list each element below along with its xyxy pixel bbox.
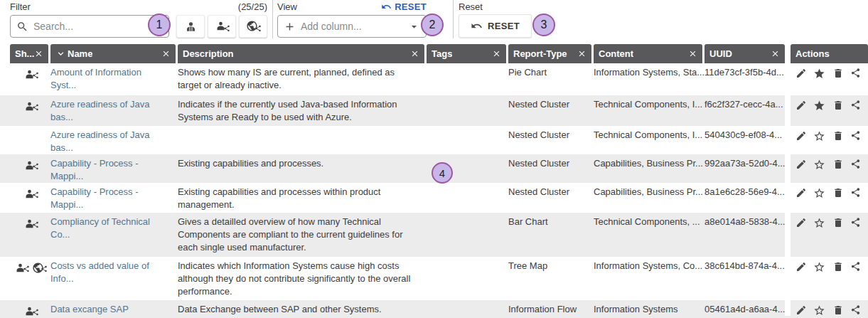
globe-share-icon: [32, 262, 46, 275]
report-type-cell: Tree Map: [508, 257, 594, 300]
edit-icon[interactable]: [795, 159, 807, 170]
report-type-cell: Nested Cluster: [508, 126, 594, 154]
edit-icon[interactable]: [795, 187, 807, 198]
favorite-star-icon[interactable]: [813, 187, 825, 199]
edit-icon[interactable]: [795, 68, 807, 79]
tags-cell: [427, 95, 508, 126]
column-header-report-type[interactable]: Report-Type: [508, 44, 591, 63]
content-cell: Technical Components, I...: [594, 126, 704, 154]
description-cell: Indicates if the currently used Java-bas…: [178, 95, 427, 126]
edit-icon[interactable]: [795, 130, 807, 142]
share-icon[interactable]: [850, 68, 861, 78]
reset-section: Reset RESET: [459, 1, 532, 38]
view-label: View: [277, 1, 297, 12]
favorite-star-icon[interactable]: [813, 159, 825, 171]
globe-share-icon: [246, 20, 260, 33]
edit-icon[interactable]: [795, 100, 807, 111]
search-icon: [16, 21, 28, 33]
reset-button[interactable]: RESET: [459, 14, 532, 38]
favorite-star-icon[interactable]: [813, 217, 825, 229]
column-label: Name: [68, 48, 92, 59]
column-header-uuid[interactable]: UUID: [704, 44, 785, 63]
description-cell: Indicates which Information Systems caus…: [178, 257, 427, 300]
report-name-link[interactable]: Capability - Process - Mappi...: [50, 154, 178, 183]
person-filter-button[interactable]: [176, 15, 205, 38]
column-label: Content: [599, 48, 633, 59]
actions-cell: [791, 183, 868, 213]
favorite-star-icon[interactable]: [813, 304, 825, 317]
person-share-icon: [215, 20, 229, 33]
column-header-sh[interactable]: Sh...: [10, 44, 48, 63]
delete-icon[interactable]: [832, 100, 844, 111]
delete-icon[interactable]: [832, 68, 844, 79]
report-name-link[interactable]: Compliancy of Technical Co...: [50, 213, 178, 257]
report-name-link[interactable]: Capability - Process - Mappi...: [50, 183, 178, 213]
reports-table: Sh...NameDescriptionTagsReport-TypeConte…: [0, 44, 868, 318]
view-reset-button[interactable]: RESET: [381, 1, 427, 12]
shared-cell: [10, 63, 50, 95]
tags-cell: [427, 183, 508, 213]
share-icon[interactable]: [850, 304, 861, 315]
public-filter-button[interactable]: [239, 15, 267, 38]
report-name-link[interactable]: Amount of Information Syst...: [50, 63, 178, 95]
close-column-icon[interactable]: [577, 49, 586, 58]
filter-label: Filter: [10, 1, 31, 12]
delete-icon[interactable]: [832, 130, 844, 142]
close-column-icon[interactable]: [492, 49, 501, 58]
search-box: [10, 15, 169, 38]
share-icon[interactable]: [850, 100, 861, 110]
delete-icon[interactable]: [832, 261, 844, 272]
content-cell: Capabilities, Business Pr...: [594, 183, 704, 213]
favorite-star-icon[interactable]: [813, 100, 825, 112]
column-header-tags[interactable]: Tags: [427, 44, 506, 63]
uuid-cell: 8a1e6c28-56e9-4...: [704, 183, 785, 213]
add-column-dropdown[interactable]: Add column...: [277, 15, 427, 38]
delete-icon[interactable]: [832, 217, 844, 228]
uuid-cell: f6c2f327-cecc-4a...: [704, 95, 785, 126]
delete-icon[interactable]: [832, 187, 844, 198]
person-share-icon: [23, 159, 38, 172]
column-header-content[interactable]: Content: [594, 44, 702, 63]
actions-cell: [791, 154, 868, 183]
search-input[interactable]: [33, 21, 163, 32]
tags-cell: [427, 126, 508, 154]
close-column-icon[interactable]: [410, 49, 419, 58]
favorite-star-icon[interactable]: [813, 261, 825, 273]
report-type-cell: Bar Chart: [508, 213, 594, 257]
step-badge-1: 1: [148, 14, 171, 36]
report-name-link[interactable]: Azure readiness of Java bas...: [50, 126, 178, 154]
column-label: Description: [183, 48, 234, 59]
close-column-icon[interactable]: [771, 49, 780, 58]
content-cell: Information Systems, Sta...: [594, 63, 704, 95]
column-label: UUID: [709, 48, 732, 59]
favorite-star-icon[interactable]: [813, 130, 825, 142]
report-name-link[interactable]: Costs vs added value of Info...: [50, 257, 178, 300]
column-header-description[interactable]: Description: [178, 44, 424, 63]
close-column-icon[interactable]: [34, 49, 43, 58]
share-icon[interactable]: [850, 217, 861, 228]
actions-cell: [791, 63, 868, 95]
share-icon[interactable]: [850, 130, 861, 141]
edit-icon[interactable]: [795, 304, 807, 316]
shared-cell: [10, 257, 50, 300]
tags-cell: [427, 213, 508, 257]
close-column-icon[interactable]: [688, 49, 697, 58]
filter-section: Filter (25/25): [10, 1, 267, 38]
column-label: Report-Type: [513, 48, 567, 59]
close-column-icon[interactable]: [161, 49, 171, 58]
delete-icon[interactable]: [832, 304, 844, 316]
share-icon[interactable]: [850, 187, 861, 198]
column-header-actions[interactable]: Actions: [791, 44, 868, 63]
description-cell: [178, 126, 427, 154]
share-icon[interactable]: [850, 159, 861, 169]
share-icon[interactable]: [850, 261, 861, 272]
edit-icon[interactable]: [795, 217, 807, 228]
uuid-cell: a8e014a8-5838-4...: [704, 213, 785, 257]
tags-cell: [427, 257, 508, 300]
report-name-link[interactable]: Azure readiness of Java bas...: [50, 95, 178, 126]
column-header-name[interactable]: Name: [50, 44, 176, 63]
favorite-star-icon[interactable]: [813, 68, 825, 80]
shared-filter-button[interactable]: [208, 15, 236, 38]
delete-icon[interactable]: [832, 159, 844, 170]
edit-icon[interactable]: [795, 261, 807, 272]
